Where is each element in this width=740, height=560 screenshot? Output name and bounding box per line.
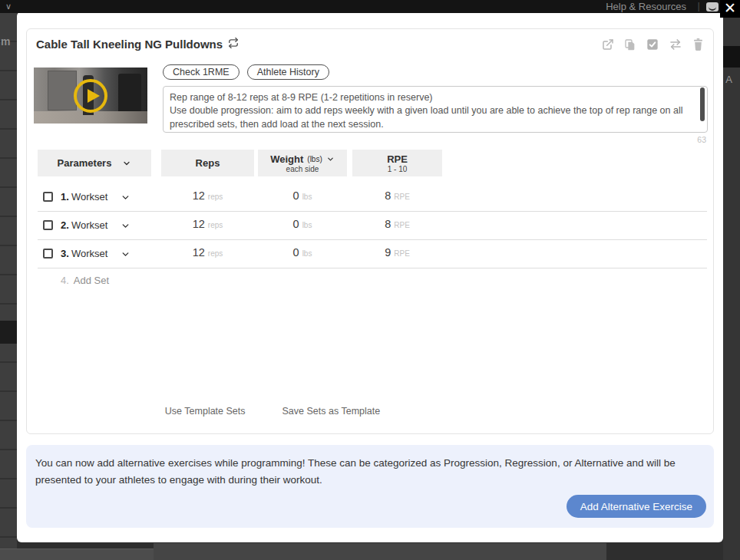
rpe-unit: RPE	[394, 249, 410, 258]
athlete-history-button[interactable]: Athlete History	[247, 64, 329, 80]
swap-icon[interactable]	[669, 39, 682, 50]
chevron-down-icon	[326, 155, 335, 163]
exercise-title-row: Cable Tall Kneeling NG Pulldowns	[36, 38, 239, 51]
weight-input[interactable]: 0	[293, 189, 299, 202]
superset-loop-icon[interactable]	[228, 38, 239, 51]
checked-checkbox-icon[interactable]	[646, 38, 659, 51]
set-number: 2.	[61, 219, 69, 231]
rpe-header-label: RPE	[387, 153, 408, 165]
weight-unit: lbs	[302, 193, 312, 201]
background-left-selected-row	[0, 321, 17, 344]
check-1rme-button[interactable]: Check 1RME	[163, 64, 240, 80]
parameters-label: Parameters	[58, 157, 112, 169]
topbar: ∨ Help & Resources |	[0, 0, 740, 13]
weight-subtitle: each side	[286, 165, 319, 173]
topbar-divider: |	[698, 0, 700, 12]
save-sets-as-template-link[interactable]: Save Sets as Template	[282, 406, 381, 417]
reps-input[interactable]: 12	[193, 246, 205, 259]
set-checkbox[interactable]	[43, 249, 53, 259]
chevron-down-icon	[122, 159, 131, 168]
set-checkbox[interactable]	[43, 192, 53, 202]
rpe-unit: RPE	[394, 193, 410, 201]
open-external-icon[interactable]	[602, 38, 614, 51]
chat-icon[interactable]	[706, 2, 719, 12]
close-icon[interactable]: ✕	[720, 0, 740, 18]
action-pills: Check 1RME Athlete History	[163, 64, 329, 80]
table-row: 3. Workset 12reps 0lbs 9RPE	[38, 240, 707, 268]
weight-unit-label: (lbs)	[307, 155, 322, 163]
page-title: Cable Tall Kneeling NG Pulldowns	[36, 38, 223, 51]
reps-header-label: Reps	[196, 157, 220, 169]
notes-char-counter: 63	[697, 135, 706, 144]
help-resources-link[interactable]: Help & Resources	[606, 1, 686, 12]
rpe-input[interactable]: 8	[385, 218, 391, 230]
screen: m A ∨ Help & Resources | ✕ Cable Tall Kn…	[0, 0, 740, 560]
template-links: Use Template Sets Save Sets as Template	[27, 406, 518, 417]
parameters-dropdown[interactable]: Parameters	[38, 150, 151, 176]
rpe-subtitle: 1 - 10	[388, 165, 408, 173]
reps-input[interactable]: 12	[193, 189, 205, 202]
delete-trash-icon[interactable]	[692, 38, 704, 51]
exercise-toolbar	[602, 38, 704, 51]
set-type-dropdown[interactable]: Workset	[71, 248, 107, 259]
rpe-unit: RPE	[394, 221, 410, 229]
chevron-down-icon[interactable]	[121, 220, 130, 234]
notes-scrollbar[interactable]	[700, 87, 705, 121]
table-row: 1. Workset 12reps 0lbs 8RPE	[38, 183, 707, 212]
weight-input[interactable]: 0	[293, 246, 299, 259]
set-checkbox[interactable]	[43, 220, 53, 230]
background-right-panel	[723, 13, 740, 560]
exercise-modal: Cable Tall Kneeling NG Pulldowns	[17, 12, 723, 542]
rpe-input[interactable]: 9	[385, 246, 391, 259]
add-set-button[interactable]: 4.Add Set	[61, 275, 109, 286]
weight-header-label: Weight	[270, 153, 303, 165]
set-number: 1.	[61, 191, 69, 203]
background-left-table	[0, 13, 17, 560]
set-type-dropdown[interactable]: Workset	[71, 219, 107, 231]
weight-unit: lbs	[302, 249, 312, 258]
add-set-label: Add Set	[74, 275, 109, 286]
background-bottom-band	[154, 543, 606, 560]
background-left-partial-text: m	[1, 35, 10, 48]
add-alternative-exercise-button[interactable]: Add Alternative Exercise	[567, 495, 706, 518]
reps-unit: reps	[208, 221, 223, 229]
play-icon[interactable]	[74, 79, 107, 113]
chevron-down-icon[interactable]: ∨	[5, 2, 12, 12]
column-header-rpe: RPE 1 - 10	[352, 150, 442, 176]
exercise-card: Cable Tall Kneeling NG Pulldowns	[26, 28, 714, 434]
set-type-dropdown[interactable]: Workset	[71, 191, 107, 203]
background-right-header-band	[723, 46, 740, 68]
column-header-reps: Reps	[161, 150, 254, 176]
use-template-sets-link[interactable]: Use Template Sets	[165, 406, 246, 417]
weight-input[interactable]: 0	[293, 218, 299, 230]
background-bottom-row	[0, 548, 154, 560]
reps-input[interactable]: 12	[193, 218, 205, 230]
reps-unit: reps	[208, 249, 223, 258]
alternative-exercise-banner: You can now add alternative exercises wh…	[26, 445, 714, 528]
thumbnail-door	[48, 71, 77, 110]
banner-text: You can now add alternative exercises wh…	[35, 455, 697, 488]
set-number: 3.	[61, 248, 69, 259]
table-row: 2. Workset 12reps 0lbs 8RPE	[38, 212, 707, 240]
chevron-down-icon[interactable]	[121, 249, 130, 262]
copy-icon[interactable]	[624, 38, 636, 51]
chevron-down-icon[interactable]	[121, 192, 130, 206]
weight-unit: lbs	[302, 221, 312, 229]
exercise-video-thumbnail[interactable]	[34, 68, 147, 124]
add-set-number: 4.	[61, 275, 69, 286]
column-header-weight[interactable]: Weight (lbs) each side	[258, 150, 347, 176]
background-right-partial-text: A	[725, 74, 732, 85]
reps-unit: reps	[208, 193, 223, 201]
rpe-input[interactable]: 8	[385, 189, 391, 202]
exercise-notes-field[interactable]: Rep range of 8-12 reps at 8-9 RPE (1-2 r…	[163, 86, 708, 133]
